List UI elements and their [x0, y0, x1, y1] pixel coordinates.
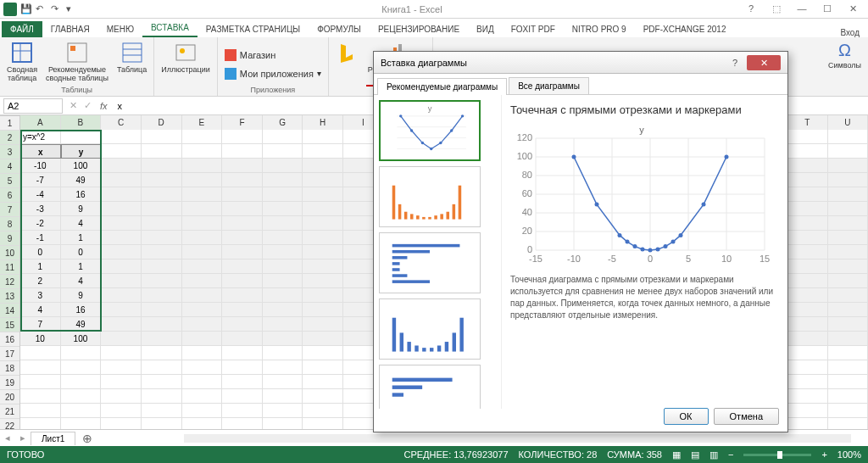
tab-pdfx[interactable]: PDF-XChange 2012: [635, 21, 735, 37]
row-header[interactable]: 5: [0, 174, 19, 188]
row-header[interactable]: 21: [0, 404, 19, 419]
redo-icon[interactable]: ↷: [51, 3, 63, 15]
illustrations-button[interactable]: Иллюстрации: [159, 39, 212, 76]
store-button[interactable]: Магазин: [223, 47, 277, 63]
column-header[interactable]: G: [263, 115, 303, 130]
row-header[interactable]: 20: [0, 390, 19, 404]
cell[interactable]: 4: [61, 274, 102, 288]
pivot-table-button[interactable]: Сводная таблица: [5, 39, 39, 85]
row-header[interactable]: 15: [0, 318, 19, 332]
row-header[interactable]: 12: [0, 275, 19, 289]
column-header[interactable]: T: [787, 115, 828, 130]
thumb-hbar-2[interactable]: [379, 365, 481, 409]
close-icon[interactable]: ✕: [844, 3, 861, 14]
view-layout-icon[interactable]: ▤: [691, 449, 699, 460]
cell[interactable]: 10: [20, 332, 61, 346]
maximize-icon[interactable]: ☐: [819, 3, 836, 14]
cell[interactable]: 9: [61, 288, 102, 303]
bing-button[interactable]: [334, 39, 361, 66]
cancel-formula-icon[interactable]: ✕: [66, 100, 81, 110]
cell[interactable]: 4: [61, 216, 102, 231]
column-header[interactable]: F: [222, 115, 263, 130]
cell[interactable]: -3: [20, 202, 61, 216]
fx-label[interactable]: fx: [95, 101, 113, 111]
row-header[interactable]: 17: [0, 347, 19, 361]
view-normal-icon[interactable]: ▦: [672, 449, 681, 460]
cell[interactable]: -7: [20, 173, 61, 187]
tab-review[interactable]: РЕЦЕНЗИРОВАНИЕ: [370, 21, 468, 37]
column-header[interactable]: B: [61, 115, 102, 130]
cell[interactable]: 4: [20, 303, 61, 317]
tab-view[interactable]: ВИД: [468, 21, 503, 37]
symbols-button[interactable]: Ω Символы: [826, 39, 863, 72]
tab-file[interactable]: ФАЙЛ: [2, 21, 42, 37]
row-header[interactable]: 10: [0, 246, 19, 260]
accept-formula-icon[interactable]: ✓: [81, 100, 95, 110]
sheet-nav-prev[interactable]: ◂: [0, 432, 15, 443]
name-box[interactable]: [3, 98, 63, 114]
formula-value[interactable]: x: [113, 101, 123, 111]
dialog-title-bar[interactable]: Вставка диаграммы ? ✕: [374, 52, 787, 74]
undo-icon[interactable]: ↶: [36, 3, 47, 15]
column-header[interactable]: E: [182, 115, 223, 130]
my-apps-button[interactable]: Мои приложения ▾: [223, 66, 323, 81]
tab-nitro[interactable]: NITRO PRO 9: [564, 21, 635, 37]
row-header[interactable]: 11: [0, 260, 19, 275]
row-header[interactable]: 14: [0, 304, 19, 318]
cell[interactable]: -2: [20, 216, 61, 231]
cancel-button[interactable]: Отмена: [714, 408, 779, 425]
row-header[interactable]: 9: [0, 232, 19, 246]
row-header[interactable]: 3: [0, 145, 19, 159]
row-header[interactable]: 1: [0, 116, 19, 131]
zoom-in-button[interactable]: +: [821, 449, 826, 460]
column-header[interactable]: H: [303, 115, 343, 130]
tab-foxit[interactable]: Foxit PDF: [503, 21, 564, 37]
row-header[interactable]: 4: [0, 159, 19, 174]
row-header[interactable]: 19: [0, 376, 19, 390]
ok-button[interactable]: ОК: [664, 408, 709, 425]
cell[interactable]: 7: [20, 317, 61, 332]
cell[interactable]: 1: [61, 231, 102, 245]
cell[interactable]: 16: [61, 303, 102, 317]
cell[interactable]: 9: [61, 202, 102, 216]
cell[interactable]: 49: [61, 173, 102, 187]
sheet-nav-next[interactable]: ▸: [15, 432, 31, 443]
cell[interactable]: 2: [20, 274, 61, 288]
zoom-slider[interactable]: [743, 454, 811, 456]
row-header[interactable]: 8: [0, 217, 19, 232]
cell[interactable]: 3: [20, 288, 61, 303]
column-header[interactable]: C: [101, 115, 142, 130]
rec-pivot-button[interactable]: Рекомендуемые сводные таблицы: [44, 39, 110, 85]
ribbon-toggle-icon[interactable]: ⬚: [768, 3, 785, 14]
view-break-icon[interactable]: ▥: [709, 449, 718, 460]
dialog-close-icon[interactable]: ✕: [747, 55, 781, 70]
login-link[interactable]: Вход: [840, 28, 868, 37]
cell[interactable]: 1: [20, 259, 61, 274]
thumb-hbar[interactable]: [379, 232, 481, 293]
thumb-bar-1[interactable]: [379, 166, 481, 227]
cell[interactable]: y=x^2: [20, 130, 61, 144]
tab-insert[interactable]: ВСТАВКА: [142, 20, 198, 37]
cell[interactable]: 100: [61, 159, 102, 173]
cell[interactable]: -4: [20, 187, 61, 202]
row-header[interactable]: 16: [0, 332, 19, 347]
thumb-bar-2[interactable]: [379, 298, 481, 360]
qat-menu-icon[interactable]: ▾: [66, 3, 78, 15]
cell[interactable]: 16: [61, 187, 102, 202]
minimize-icon[interactable]: —: [793, 3, 810, 14]
cell[interactable]: -1: [20, 231, 61, 245]
row-header[interactable]: 7: [0, 203, 19, 217]
cell[interactable]: 1: [61, 259, 102, 274]
row-header[interactable]: 2: [0, 131, 19, 145]
column-header[interactable]: U: [828, 115, 869, 130]
table-button[interactable]: Таблица: [115, 39, 148, 76]
tab-layout[interactable]: РАЗМЕТКА СТРАНИЦЫ: [198, 21, 309, 37]
cell[interactable]: 0: [20, 245, 61, 259]
cell[interactable]: 49: [61, 317, 102, 332]
tab-recommended-charts[interactable]: Рекомендуемые диаграммы: [377, 78, 507, 95]
cell[interactable]: [61, 130, 102, 144]
column-header[interactable]: A: [20, 115, 61, 130]
sheet-tab[interactable]: Лист1: [31, 432, 75, 445]
cell[interactable]: 0: [61, 245, 102, 259]
cell[interactable]: -10: [20, 159, 61, 173]
